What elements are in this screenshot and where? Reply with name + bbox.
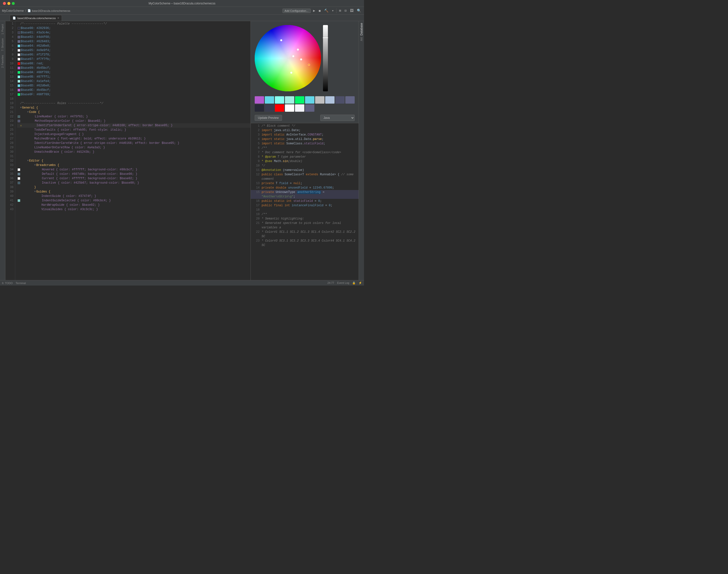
line-number: 10 [7, 62, 13, 66]
preview-token: ; [322, 137, 323, 141]
sidebar-item-favorites[interactable]: 2: Favorites [0, 53, 5, 70]
fold-indicator[interactable]: ▼ [27, 159, 29, 163]
code-line [17, 97, 251, 101]
code-text: Default { color: #607d8b; background-col… [42, 172, 137, 176]
update-preview-button[interactable]: Update Preview [255, 115, 282, 121]
preview-token: 0 [318, 199, 320, 203]
palette-swatch[interactable] [255, 96, 264, 104]
palette-swatch[interactable] [295, 104, 304, 112]
color-swatch[interactable] [18, 115, 20, 118]
brightness-slider[interactable] [323, 25, 328, 91]
preview-token: parse [313, 137, 322, 141]
search-icon[interactable]: 🔍 [356, 8, 362, 13]
sidebar-item-database[interactable]: Database [359, 22, 364, 36]
color-swatch[interactable] [18, 84, 20, 87]
color-swatch[interactable] [18, 71, 20, 74]
palette-swatch[interactable] [285, 96, 294, 104]
color-wheel-wrapper[interactable] [255, 25, 321, 91]
palette-swatch[interactable] [315, 96, 324, 104]
palette-swatch[interactable] [275, 104, 284, 112]
palette-swatch[interactable] [305, 104, 314, 112]
palette-swatch[interactable] [305, 96, 314, 104]
preview-token: = [321, 191, 324, 194]
fold-indicator[interactable]: ▼ [20, 106, 22, 110]
preview-token: < [300, 173, 302, 176]
bottom-terminal[interactable]: Terminal [16, 282, 26, 285]
minimize-button[interactable] [7, 2, 10, 5]
add-configuration-button[interactable]: Add Configuration... [282, 9, 311, 13]
color-swatch[interactable] [18, 120, 20, 122]
stop-button[interactable]: ◼ [317, 8, 321, 13]
code-line: LineNumberOnCaretRow { color: #a4a3a3; } [17, 145, 251, 150]
color-swatch[interactable] [18, 58, 20, 60]
update-preview-row: Update Preview JavaKotlinPythonJavaScrip… [251, 113, 358, 123]
build-button[interactable]: 🔨 [323, 8, 330, 13]
maximize-button[interactable] [12, 2, 15, 5]
tab-close-button[interactable]: ✕ [57, 17, 59, 19]
color-swatch[interactable] [18, 199, 20, 202]
color-swatch[interactable] [18, 168, 20, 171]
color-swatch[interactable] [18, 49, 20, 51]
preview-line-content: import static AnInterface.CONSTANT; [262, 132, 323, 137]
color-swatch[interactable] [18, 40, 20, 43]
color-swatch[interactable] [18, 80, 20, 82]
preview-line-content: import static SomeClass.staticField; [262, 141, 325, 146]
preview-line-number: 12 [253, 172, 260, 181]
color-swatch[interactable] [18, 32, 20, 34]
palette-swatch[interactable] [265, 104, 274, 112]
layout-icon[interactable]: ⊞ [338, 8, 342, 13]
preview-token: = [313, 199, 318, 203]
color-swatch[interactable] [18, 173, 20, 175]
palette-swatch[interactable] [265, 96, 274, 104]
sidebar-item-art[interactable]: Art [359, 37, 364, 42]
palette-swatch[interactable] [255, 104, 264, 112]
code-text: $base03: #626483; [21, 39, 50, 44]
preview-line-content: */ [262, 164, 265, 168]
event-log[interactable]: Event Log [337, 281, 349, 285]
preview-token: static [274, 199, 286, 203]
code-text: Breadcrumbs { [36, 163, 60, 167]
color-swatch[interactable] [18, 36, 20, 38]
code-line: TodoDefaults { color: #ffeb95; font-styl… [17, 128, 251, 132]
sidebar-item-structure[interactable]: 7: Structure [0, 36, 5, 53]
palette-swatch[interactable] [335, 96, 345, 104]
close-button[interactable] [3, 2, 6, 5]
tab-base16dracula[interactable]: 📄 base16Dracula.colorschemecss ✕ [10, 15, 62, 21]
palette-swatch[interactable] [325, 96, 335, 104]
palette-swatch[interactable] [285, 104, 294, 112]
color-swatch[interactable] [18, 177, 20, 180]
color-swatch[interactable] [18, 67, 20, 69]
palette-swatch[interactable] [275, 96, 284, 104]
color-swatch[interactable] [18, 89, 20, 91]
preview-token: T [276, 182, 279, 185]
image-icon[interactable]: 🖼 [349, 8, 354, 13]
bottom-todo[interactable]: 6: TODO [2, 282, 13, 285]
palette-swatch[interactable] [295, 96, 304, 104]
warning-icon: ⚠ [20, 123, 22, 128]
fold-indicator[interactable]: ▼ [27, 110, 29, 114]
line-number: 6 [7, 44, 13, 48]
fold-indicator[interactable]: ▼ [34, 190, 36, 194]
color-swatch[interactable] [18, 76, 20, 78]
fold-indicator[interactable]: ▼ [34, 163, 36, 167]
palette-swatch[interactable] [345, 96, 355, 104]
line-number: 4 [7, 35, 13, 39]
color-swatch[interactable] [18, 182, 20, 184]
sidebar-item-project[interactable]: 1: Project [0, 22, 5, 36]
color-wheel-canvas[interactable] [255, 25, 321, 91]
frame-icon[interactable]: ⊡ [344, 8, 348, 13]
language-select[interactable]: JavaKotlinPythonJavaScriptTypeScript [320, 115, 355, 121]
color-swatch[interactable] [18, 93, 20, 96]
dropdown-button[interactable]: ▾ [331, 8, 335, 13]
color-swatch[interactable] [18, 53, 20, 56]
brightness-handle[interactable] [323, 37, 328, 39]
preview-line-content: /** [262, 146, 267, 150]
code-content[interactable]: /*------------------ Palette -----------… [15, 21, 251, 280]
preview-token: * @param [262, 155, 277, 159]
color-swatch[interactable] [18, 63, 20, 65]
code-text: $base01: #3a3c4e; [21, 31, 50, 35]
code-editor[interactable]: 1234567891011121314151617181920212223242… [5, 21, 251, 280]
color-swatch[interactable] [18, 27, 20, 30]
color-swatch[interactable] [18, 45, 20, 47]
run-button[interactable]: ▶ [312, 8, 316, 13]
